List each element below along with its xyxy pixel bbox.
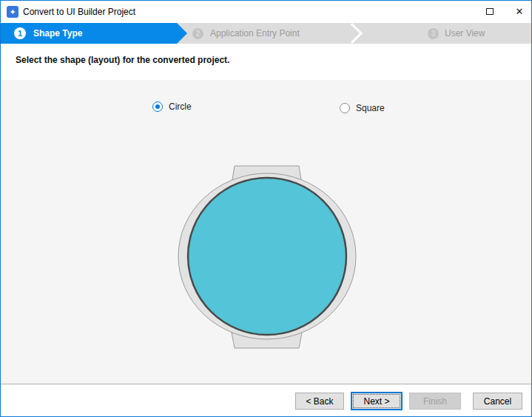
step3-label: User View [445, 28, 485, 39]
close-icon: ✕ [516, 6, 524, 17]
step2-label: Application Entry Point [210, 28, 300, 39]
finish-button[interactable]: Finish [409, 393, 461, 410]
cancel-button[interactable]: Cancel [473, 393, 522, 410]
step1-number-badge: 1 [14, 27, 26, 39]
back-button[interactable]: < Back [295, 393, 344, 410]
tizen-app-icon: ✦ [7, 6, 18, 18]
step-separator-chevron-icon [349, 23, 366, 44]
description-strip: Select the shape (layout) for the conver… [1, 44, 531, 80]
radio-square-label: Square [356, 103, 385, 113]
wizard-window: ✦ Convert to UI Builder Project ✕ 1 Shap… [0, 0, 532, 417]
wizard-step-bar: 1 Shape Type 2 Application Entry Point 3… [1, 23, 532, 44]
radio-circle-selected-icon[interactable] [152, 101, 163, 112]
step2-number-badge: 2 [192, 28, 203, 39]
window-title: Convert to UI Builder Project [23, 7, 135, 17]
close-button[interactable]: ✕ [507, 1, 532, 22]
step3-number-badge: 3 [428, 28, 439, 39]
radio-circle-label: Circle [169, 101, 192, 112]
watch-screen-circle [188, 178, 346, 335]
maximize-icon [486, 8, 494, 15]
radio-option-circle[interactable]: Circle [152, 101, 192, 112]
title-bar: ✦ Convert to UI Builder Project ✕ [1, 1, 531, 23]
maximize-button[interactable] [473, 1, 507, 22]
content-area: Circle Square [1, 80, 531, 384]
next-button[interactable]: Next > [351, 392, 403, 410]
circle-watch-preview [171, 160, 363, 357]
step-segment-active [1, 23, 187, 44]
wizard-description: Select the shape (layout) for the conver… [16, 55, 229, 65]
radio-option-square[interactable]: Square [340, 103, 385, 113]
button-bar: < Back Next > Finish Cancel [1, 385, 531, 417]
radio-square-unselected-icon[interactable] [340, 103, 350, 113]
step1-label: Shape Type [33, 28, 82, 39]
